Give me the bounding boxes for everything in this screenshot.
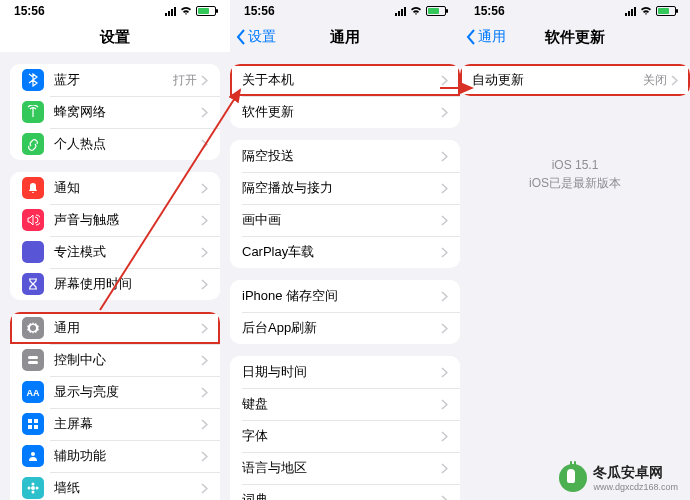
row-value: 打开 <box>173 72 197 89</box>
row-bgrefresh[interactable]: 后台App刷新 <box>230 312 460 344</box>
row-airdrop[interactable]: 隔空投送 <box>230 140 460 172</box>
row-language[interactable]: 语言与地区 <box>230 452 460 484</box>
row-label: 词典 <box>242 491 441 500</box>
svg-rect-4 <box>34 419 38 423</box>
chevron-right-icon <box>201 451 208 462</box>
back-button[interactable]: 通用 <box>466 28 506 46</box>
chevron-right-icon <box>441 183 448 194</box>
row-label: 个人热点 <box>54 135 201 153</box>
row-carplay[interactable]: CarPlay车载 <box>230 236 460 268</box>
row-label: 声音与触感 <box>54 211 201 229</box>
row-storage[interactable]: iPhone 储存空间 <box>230 280 460 312</box>
battery-icon <box>196 6 216 16</box>
hourglass-icon <box>22 273 44 295</box>
phone-software-update: 15:56 通用 软件更新 自动更新 关闭 iO <box>460 0 690 500</box>
row-bluetooth[interactable]: 蓝牙打开 <box>10 64 220 96</box>
row-label: 辅助功能 <box>54 447 201 465</box>
signal-icon <box>395 7 406 16</box>
chevron-right-icon <box>201 387 208 398</box>
settings-list: 蓝牙打开蜂窝网络个人热点通知声音与触感专注模式屏幕使用时间通用控制中心AA显示与… <box>0 52 230 500</box>
person-icon <box>22 445 44 467</box>
row-wallpaper[interactable]: 墙纸 <box>10 472 220 500</box>
chevron-right-icon <box>441 107 448 118</box>
row-label: 日期与时间 <box>242 363 441 381</box>
watermark-name: 冬瓜安卓网 <box>593 464 678 482</box>
row-screentime[interactable]: 屏幕使用时间 <box>10 268 220 300</box>
row-auto-update[interactable]: 自动更新 关闭 <box>460 64 690 96</box>
svg-rect-5 <box>28 425 32 429</box>
speaker-icon <box>22 209 44 231</box>
row-fonts[interactable]: 字体 <box>230 420 460 452</box>
svg-point-12 <box>36 487 39 490</box>
row-accessibility[interactable]: 辅助功能 <box>10 440 220 472</box>
link-icon <box>22 133 44 155</box>
nav-bar: 设置 <box>0 22 230 52</box>
wifi-icon <box>180 6 192 16</box>
antenna-icon <box>22 101 44 123</box>
chevron-right-icon <box>201 107 208 118</box>
signal-icon <box>625 7 636 16</box>
row-sounds[interactable]: 声音与触感 <box>10 204 220 236</box>
row-about[interactable]: 关于本机 <box>230 64 460 96</box>
grid-icon <box>22 413 44 435</box>
watermark-url: www.dgxcdz168.com <box>593 482 678 492</box>
status-time: 15:56 <box>14 4 45 18</box>
row-homescreen[interactable]: 主屏幕 <box>10 408 220 440</box>
row-airplay[interactable]: 隔空播放与接力 <box>230 172 460 204</box>
row-label: 主屏幕 <box>54 415 201 433</box>
row-label: CarPlay车载 <box>242 243 441 261</box>
wifi-icon <box>640 6 652 16</box>
row-pip[interactable]: 画中画 <box>230 204 460 236</box>
back-button[interactable]: 设置 <box>236 28 276 46</box>
page-title: 软件更新 <box>545 28 605 47</box>
chevron-right-icon <box>441 247 448 258</box>
row-label: iPhone 储存空间 <box>242 287 441 305</box>
chevron-right-icon <box>441 323 448 334</box>
row-label: 键盘 <box>242 395 441 413</box>
aa-icon: AA <box>22 381 44 403</box>
row-label: 通用 <box>54 319 201 337</box>
svg-rect-6 <box>34 425 38 429</box>
svg-text:AA: AA <box>27 388 40 398</box>
chevron-right-icon <box>201 215 208 226</box>
row-cellular[interactable]: 蜂窝网络 <box>10 96 220 128</box>
chevron-right-icon <box>201 139 208 150</box>
svg-point-10 <box>32 491 35 494</box>
chevron-right-icon <box>201 355 208 366</box>
row-keyboard[interactable]: 键盘 <box>230 388 460 420</box>
wifi-icon <box>410 6 422 16</box>
chevron-right-icon <box>201 247 208 258</box>
chevron-right-icon <box>201 75 208 86</box>
row-dictionary[interactable]: 词典 <box>230 484 460 500</box>
phone-settings: 15:56 设置 蓝牙打开蜂窝网络个人热点通知声音与触感专注模式屏幕使用时间通用… <box>0 0 230 500</box>
row-focus[interactable]: 专注模式 <box>10 236 220 268</box>
version-info: iOS 15.1 iOS已是最新版本 <box>460 156 690 192</box>
update-content: 自动更新 关闭 iOS 15.1 iOS已是最新版本 <box>460 52 690 500</box>
svg-point-7 <box>31 452 35 456</box>
svg-rect-3 <box>28 419 32 423</box>
battery-icon <box>656 6 676 16</box>
svg-point-8 <box>31 486 35 490</box>
row-label: 语言与地区 <box>242 459 441 477</box>
status-bar: 15:56 <box>460 0 690 22</box>
row-general[interactable]: 通用 <box>10 312 220 344</box>
row-hotspot[interactable]: 个人热点 <box>10 128 220 160</box>
row-label: 通知 <box>54 179 201 197</box>
chevron-right-icon <box>671 75 678 86</box>
moon-icon <box>22 241 44 263</box>
row-label: 专注模式 <box>54 243 201 261</box>
chevron-right-icon <box>201 323 208 334</box>
row-date[interactable]: 日期与时间 <box>230 356 460 388</box>
row-display[interactable]: AA显示与亮度 <box>10 376 220 408</box>
row-label: 屏幕使用时间 <box>54 275 201 293</box>
svg-point-9 <box>32 483 35 486</box>
version-number: iOS 15.1 <box>460 156 690 174</box>
row-label: 关于本机 <box>242 71 441 89</box>
status-indicators <box>165 6 216 16</box>
chevron-left-icon <box>236 29 246 45</box>
row-label: 蓝牙 <box>54 71 173 89</box>
row-controlcenter[interactable]: 控制中心 <box>10 344 220 376</box>
row-update[interactable]: 软件更新 <box>230 96 460 128</box>
svg-point-11 <box>28 487 31 490</box>
row-notifications[interactable]: 通知 <box>10 172 220 204</box>
